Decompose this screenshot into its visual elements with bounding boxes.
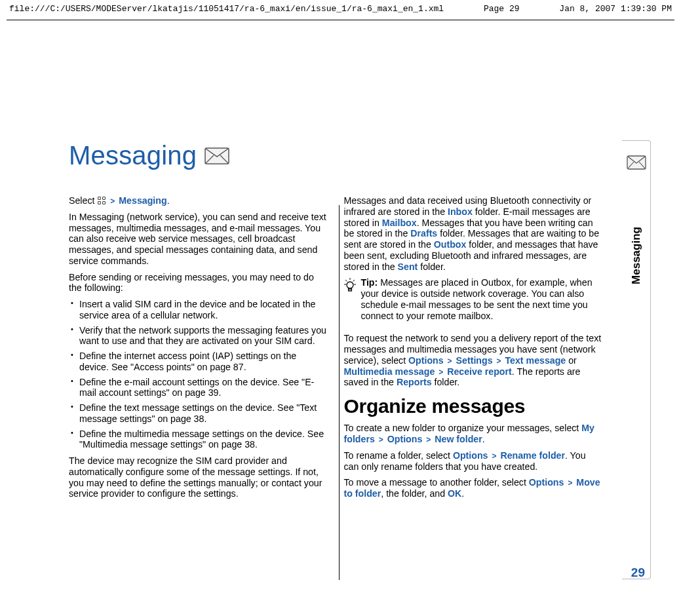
mailbox-link: Mailbox [382, 218, 417, 228]
before-sending: Before sending or receiving messages, yo… [69, 272, 328, 294]
text: or [566, 355, 577, 366]
svg-line-3 [353, 280, 355, 282]
text-message-link: Text message [505, 355, 566, 366]
list-item: Insert a valid SIM card in the device an… [69, 299, 328, 321]
intro-paragraph: In Messaging (network service), you can … [69, 212, 328, 267]
text: To create a new folder to organize your … [344, 423, 582, 433]
options-link: Options [408, 355, 444, 366]
rename-folder-link: Rename folder [500, 450, 565, 461]
list-item: Verify that the network supports the mes… [69, 325, 328, 347]
column-divider [339, 205, 340, 580]
period: . [167, 195, 170, 206]
prereq-list: Insert a valid SIM card in the device an… [69, 299, 328, 450]
delivery-report-paragraph: To request the network to send you a del… [344, 333, 604, 388]
chevron-right-icon: > [378, 435, 385, 444]
auto-config-note: The device may recognize the SIM card pr… [69, 455, 328, 499]
header-rule [7, 20, 674, 20]
new-folder-paragraph: To create a new folder to organize your … [344, 423, 604, 445]
organize-heading: Organize messages [344, 395, 604, 417]
receive-report-link: Receive report [447, 366, 512, 377]
intro-prefix: Select [69, 195, 97, 206]
text: folder. [418, 261, 446, 272]
text: To rename a folder, select [344, 450, 453, 461]
sent-link: Sent [398, 261, 418, 272]
inbox-link: Inbox [448, 206, 473, 217]
print-header: file:///C:/USERS/MODEServer/lkatajis/110… [0, 0, 681, 16]
list-item: Define the text message settings on the … [69, 402, 328, 425]
print-timestamp: Jan 8, 2007 1:39:30 PM [559, 4, 672, 14]
tip-label: Tip: [361, 277, 378, 288]
envelope-icon [627, 155, 646, 172]
tip-block: Tip: Messages are placed in Outbox, for … [344, 277, 604, 326]
envelope-icon [204, 147, 229, 164]
text: To move a message to another folder, sel… [344, 477, 529, 488]
move-folder-paragraph: To move a message to another folder, sel… [344, 477, 604, 499]
options-link: Options [387, 434, 423, 444]
list-item: Define the multimedia message settings o… [69, 429, 328, 451]
print-page: Page 29 [484, 4, 520, 14]
text: . [461, 488, 464, 499]
intro-line: Select > Messaging. [69, 195, 328, 206]
right-column: Messages and data received using Bluetoo… [344, 195, 604, 505]
side-tab-label: Messaging [630, 227, 643, 284]
drafts-link: Drafts [410, 228, 437, 239]
folders-paragraph: Messages and data received using Bluetoo… [344, 195, 604, 272]
chevron-right-icon: > [566, 478, 574, 488]
ok-link: OK [448, 488, 461, 499]
lightbulb-icon [344, 277, 356, 326]
list-item: Define the e-mail account settings on th… [69, 377, 328, 399]
side-tab: Messaging [622, 140, 651, 579]
page-number: 29 [631, 566, 645, 580]
messaging-link: Messaging [119, 195, 166, 206]
left-column: Select > Messaging. In Messaging (networ… [69, 195, 328, 505]
text: folder. [432, 377, 460, 387]
rename-folder-paragraph: To rename a folder, select Options > Ren… [344, 450, 604, 472]
svg-line-2 [345, 280, 347, 282]
page-title: Messaging [69, 141, 197, 170]
list-item: Define the internet access point (IAP) s… [69, 351, 328, 373]
page-body: Messaging Select > Messaging. In Messagi… [69, 141, 603, 580]
chevron-right-icon: > [490, 452, 497, 461]
chevron-right-icon: > [425, 435, 432, 444]
tip-text: Tip: Messages are placed in Outbox, for … [361, 277, 604, 321]
chevron-right-icon: > [496, 356, 503, 366]
tip-body: Messages are placed in Outbox, for examp… [361, 277, 593, 320]
text: , the folder, and [381, 488, 448, 499]
page-title-row: Messaging [69, 141, 603, 170]
chevron-right-icon: > [437, 368, 444, 377]
print-path: file:///C:/USERS/MODEServer/lkatajis/110… [9, 4, 444, 14]
new-folder-link: New folder [435, 434, 482, 444]
svg-point-6 [347, 282, 353, 288]
chevron-right-icon: > [446, 356, 454, 366]
multimedia-link: Multimedia message [344, 366, 435, 377]
reports-link: Reports [397, 377, 432, 387]
columns: Select > Messaging. In Messaging (networ… [69, 195, 603, 505]
text: . [482, 434, 485, 444]
menu-key-icon [97, 196, 106, 205]
options-link: Options [529, 477, 564, 488]
chevron-right-icon: > [109, 197, 116, 206]
outbox-link: Outbox [434, 239, 467, 250]
settings-link: Settings [456, 355, 493, 366]
options-link: Options [453, 450, 488, 461]
